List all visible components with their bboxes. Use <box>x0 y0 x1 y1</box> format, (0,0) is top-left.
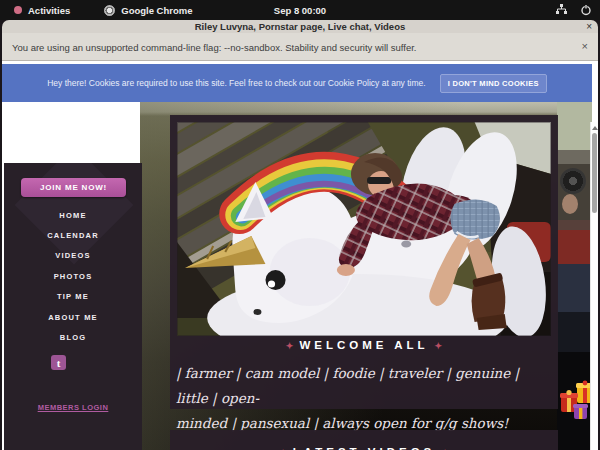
vertical-scrollbar[interactable] <box>590 122 598 450</box>
window-title: Riley Luvyna, Pornstar page, Live chat, … <box>195 21 405 32</box>
clock[interactable]: Sep 8 00:00 <box>0 5 600 16</box>
hero-photo-illustration <box>177 122 551 336</box>
sidebar-item-about-me[interactable]: ABOUT ME <box>4 307 142 327</box>
welcome-body: | farmer | cam model | foodie | traveler… <box>176 361 554 436</box>
sidebar-item-blog[interactable]: BLOG <box>4 327 142 347</box>
tumblr-icon[interactable]: t <box>51 355 66 370</box>
window-close-button[interactable]: × <box>586 20 592 33</box>
members-login-link[interactable]: MEMBERS LOGIN <box>4 403 142 412</box>
scroll-up-icon[interactable] <box>592 126 598 130</box>
unicorn-eye <box>265 270 285 290</box>
latest-videos-panel: ✦LATEST VIDEOS✦ <box>170 430 558 450</box>
gnome-top-bar: Activities Google Chrome Sep 8 00:00 <box>0 0 600 20</box>
scrollbar-thumb[interactable] <box>592 133 597 213</box>
infobar-message: You are using an unsupported command-lin… <box>12 42 417 53</box>
cookie-message: Hey there! Cookies are required to use t… <box>47 78 425 88</box>
sidebar-item-home[interactable]: HOME <box>4 205 142 225</box>
network-tree-icon[interactable] <box>555 4 568 16</box>
sidebar-item-tip-me[interactable]: TIP ME <box>4 287 142 307</box>
cookie-banner: Hey there! Cookies are required to use t… <box>2 64 592 102</box>
chrome-infobar: You are using an unsupported command-lin… <box>2 33 598 61</box>
sidebar-item-calendar[interactable]: CALENDAR <box>4 225 142 245</box>
join-me-now-button[interactable]: JOIN ME NOW! <box>21 178 126 197</box>
welcome-body-line2: minded | pansexual | always open for g/g… <box>176 415 509 431</box>
sidebar-nav: HOME CALENDAR VIDEOS PHOTOS TIP ME ABOUT… <box>4 205 142 348</box>
diamond-decor-icon: ✦ <box>435 341 443 351</box>
welcome-title: ✦WELCOME ALL✦ <box>170 339 558 351</box>
welcome-section: ✦WELCOME ALL✦ | farmer | cam model | foo… <box>170 339 558 436</box>
browser-viewport: Hey there! Cookies are required to use t… <box>2 61 598 450</box>
welcome-panel: ✦WELCOME ALL✦ | farmer | cam model | foo… <box>170 115 558 409</box>
background-poster-shape <box>562 194 578 214</box>
sidebar: JOIN ME NOW! HOME CALENDAR VIDEOS PHOTOS… <box>4 163 142 450</box>
sidebar-item-photos[interactable]: PHOTOS <box>4 266 142 286</box>
hero-photo <box>177 122 551 336</box>
welcome-body-line1: | farmer | cam model | foodie | traveler… <box>176 365 519 406</box>
gift-purple-icon <box>573 404 588 419</box>
diamond-decor-icon: ✦ <box>286 341 294 351</box>
latest-videos-title: ✦LATEST VIDEOS✦ <box>170 446 558 450</box>
power-icon[interactable] <box>580 4 592 16</box>
window-titlebar[interactable]: Riley Luvyna, Pornstar page, Live chat, … <box>2 20 598 33</box>
background-wheel-shape <box>560 168 586 194</box>
cookie-accept-button[interactable]: I DON'T MIND COOKIES <box>440 74 547 93</box>
infobar-close-icon[interactable]: × <box>582 40 588 52</box>
sidebar-item-videos[interactable]: VIDEOS <box>4 246 142 266</box>
